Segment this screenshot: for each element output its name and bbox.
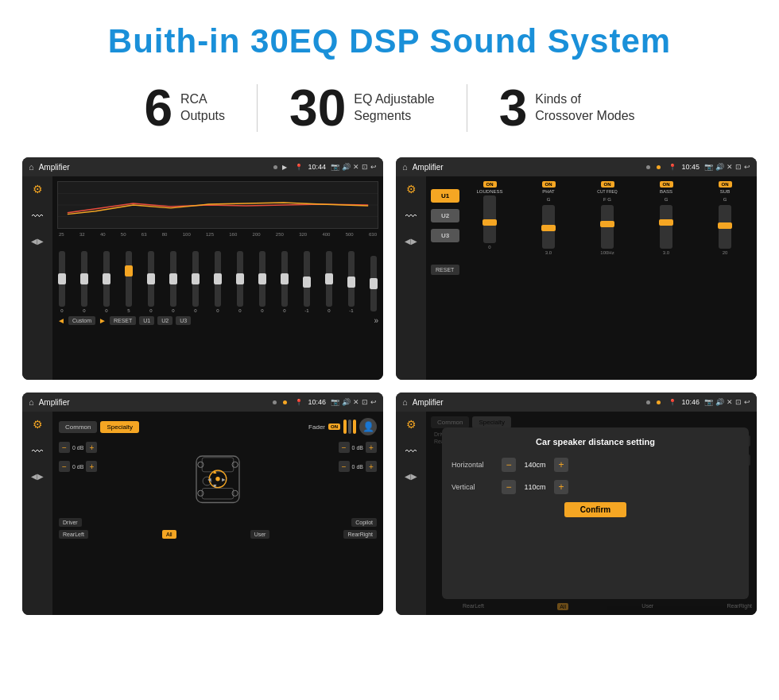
bass-on[interactable]: ON bbox=[660, 181, 673, 188]
fader-on-btn[interactable]: ON bbox=[328, 423, 340, 430]
eq-sidebar-icon3[interactable]: ◀▶ bbox=[31, 237, 44, 246]
db-plus-rr[interactable]: + bbox=[366, 461, 377, 472]
driver-btn[interactable]: Driver bbox=[59, 518, 82, 527]
more-icon[interactable]: » bbox=[374, 316, 378, 325]
crossover-sidebar-icon1[interactable]: ⚙ bbox=[406, 183, 417, 195]
speaker-time: 10:46 bbox=[308, 398, 326, 406]
reset-btn[interactable]: RESET bbox=[110, 316, 136, 325]
minimize-icon-4[interactable]: ⊡ bbox=[735, 398, 742, 406]
cutfreq-on[interactable]: ON bbox=[601, 181, 614, 188]
distance-screen: ⌂ Amplifier 📍 10:46 📷 🔊 ✕ ⊡ ↩ ⚙ 〰 ◀▶ bbox=[396, 393, 757, 615]
back-icon-4[interactable]: ↩ bbox=[744, 398, 750, 406]
preset-u2[interactable]: U2 bbox=[431, 209, 459, 222]
minimize-icon[interactable]: ⊡ bbox=[362, 163, 368, 171]
home-icon-4[interactable]: ⌂ bbox=[402, 397, 408, 407]
back-icon-3[interactable]: ↩ bbox=[370, 398, 377, 406]
eq-sidebar-icon1[interactable]: ⚙ bbox=[33, 183, 43, 195]
eq-topbar: ⌂ Amplifier ▶ 📍 10:44 📷 🔊 ✕ ⊡ ↩ bbox=[22, 157, 383, 176]
speaker-content: ⚙ 〰 ◀▶ Common Specialty Fader ON bbox=[22, 412, 383, 615]
custom-btn[interactable]: Custom bbox=[68, 316, 95, 325]
status-dot-4 bbox=[646, 400, 650, 404]
db-control-rr: − 0 dB + bbox=[339, 461, 377, 472]
loudness-slider[interactable] bbox=[483, 195, 496, 243]
vertical-minus[interactable]: − bbox=[502, 480, 516, 494]
stats-row: 6 RCA Outputs 30 EQ Adjustable Segments … bbox=[0, 75, 779, 149]
loudness-on[interactable]: ON bbox=[483, 181, 497, 188]
db-value-fl: 0 dB bbox=[72, 445, 83, 451]
home-icon-3[interactable]: ⌂ bbox=[29, 397, 34, 407]
crossover-sidebar-icon3[interactable]: ◀▶ bbox=[405, 237, 417, 246]
distance-sidebar-icon1[interactable]: ⚙ bbox=[406, 418, 417, 431]
home-icon-2[interactable]: ⌂ bbox=[402, 162, 408, 172]
preset-u3[interactable]: U3 bbox=[431, 229, 459, 242]
back-icon[interactable]: ↩ bbox=[370, 163, 377, 171]
bass-label: BASS bbox=[660, 189, 672, 194]
status-dot-1 bbox=[273, 165, 277, 169]
crossover-topbar: ⌂ Amplifier 📍 10:45 📷 🔊 ✕ ⊡ ↩ bbox=[396, 157, 757, 176]
eq-freq-labels: 253240506380100125160200250320400500630 bbox=[57, 232, 378, 237]
db-plus-fr[interactable]: + bbox=[366, 442, 377, 453]
speaker-sidebar-icon2[interactable]: 〰 bbox=[32, 445, 43, 458]
db-minus-rl[interactable]: − bbox=[59, 461, 70, 472]
distance-sidebar-icon2[interactable]: 〰 bbox=[405, 445, 417, 458]
confirm-button[interactable]: Confirm bbox=[564, 502, 626, 517]
close-icon-4[interactable]: ✕ bbox=[727, 398, 733, 406]
db-minus-fl[interactable]: − bbox=[59, 442, 70, 453]
specialty-tab[interactable]: Specialty bbox=[100, 421, 138, 433]
phat-val: 3.0 bbox=[545, 250, 552, 255]
eq-sidebar: ⚙ 〰 ◀▶ bbox=[22, 176, 52, 380]
status-dot-2 bbox=[646, 165, 650, 169]
copilot-btn[interactable]: Copilot bbox=[351, 518, 377, 527]
speaker-sidebar-icon1[interactable]: ⚙ bbox=[33, 418, 43, 431]
bass-slider[interactable] bbox=[660, 205, 672, 249]
close-icon[interactable]: ✕ bbox=[353, 163, 359, 171]
speaker-topbar: ⌂ Amplifier 📍 10:46 📷 🔊 ✕ ⊡ ↩ bbox=[22, 393, 383, 412]
channel-cutfreq: ON CUT FREQ F G 100Hz bbox=[580, 181, 634, 255]
sub-label: SUB bbox=[720, 189, 730, 194]
phat-on[interactable]: ON bbox=[542, 181, 556, 188]
dist-rearright: RearRight bbox=[727, 603, 752, 610]
crossover-reset[interactable]: RESET bbox=[431, 265, 459, 275]
minimize-icon-3[interactable]: ⊡ bbox=[362, 398, 368, 406]
camera-icon: 📷 bbox=[331, 163, 339, 171]
stat-label-eq: EQ Adjustable Segments bbox=[354, 91, 434, 125]
speaker-sidebar-icon3[interactable]: ◀▶ bbox=[31, 472, 44, 481]
distance-sidebar-icon3[interactable]: ◀▶ bbox=[405, 472, 417, 481]
crossover-sidebar-icon2[interactable]: 〰 bbox=[405, 210, 417, 222]
u1-btn[interactable]: U1 bbox=[139, 316, 154, 325]
back-icon-2[interactable]: ↩ bbox=[744, 163, 750, 171]
horizontal-plus[interactable]: + bbox=[554, 458, 568, 472]
db-minus-fr[interactable]: − bbox=[339, 442, 350, 453]
rearleft-btn[interactable]: RearLeft bbox=[59, 530, 88, 539]
preset-u1[interactable]: U1 bbox=[431, 189, 459, 203]
u3-btn[interactable]: U3 bbox=[176, 316, 191, 325]
db-plus-fl[interactable]: + bbox=[86, 442, 97, 453]
rearright-btn[interactable]: RearRight bbox=[343, 530, 377, 539]
common-tab[interactable]: Common bbox=[59, 421, 97, 433]
u2-btn[interactable]: U2 bbox=[157, 316, 172, 325]
user-avatar[interactable]: 👤 bbox=[359, 418, 377, 435]
vertical-plus[interactable]: + bbox=[554, 480, 568, 494]
phat-g: G bbox=[547, 197, 551, 202]
close-icon-3[interactable]: ✕ bbox=[353, 398, 359, 406]
sub-slider[interactable] bbox=[719, 205, 731, 249]
home-icon[interactable]: ⌂ bbox=[29, 162, 34, 172]
cutfreq-slider[interactable] bbox=[601, 205, 614, 249]
db-minus-rr[interactable]: − bbox=[339, 461, 350, 472]
crossover-title: Amplifier bbox=[413, 163, 642, 172]
db-plus-rl[interactable]: + bbox=[86, 461, 97, 472]
cutfreq-val: 100Hz bbox=[600, 250, 614, 255]
minimize-icon-2[interactable]: ⊡ bbox=[735, 163, 742, 171]
horizontal-minus[interactable]: − bbox=[502, 458, 516, 472]
eq-content: ⚙ 〰 ◀▶ bbox=[22, 176, 383, 380]
db-value-rl: 0 dB bbox=[72, 464, 83, 470]
sub-g: G bbox=[723, 197, 727, 202]
close-icon-2[interactable]: ✕ bbox=[727, 163, 733, 171]
next-arrow[interactable]: ► bbox=[99, 316, 107, 325]
user-btn[interactable]: User bbox=[250, 530, 270, 539]
eq-sidebar-icon2[interactable]: 〰 bbox=[32, 210, 43, 222]
prev-arrow[interactable]: ◄ bbox=[57, 316, 65, 325]
sub-on[interactable]: ON bbox=[719, 181, 732, 188]
phat-slider[interactable] bbox=[542, 205, 555, 249]
all-btn[interactable]: All bbox=[162, 530, 176, 539]
